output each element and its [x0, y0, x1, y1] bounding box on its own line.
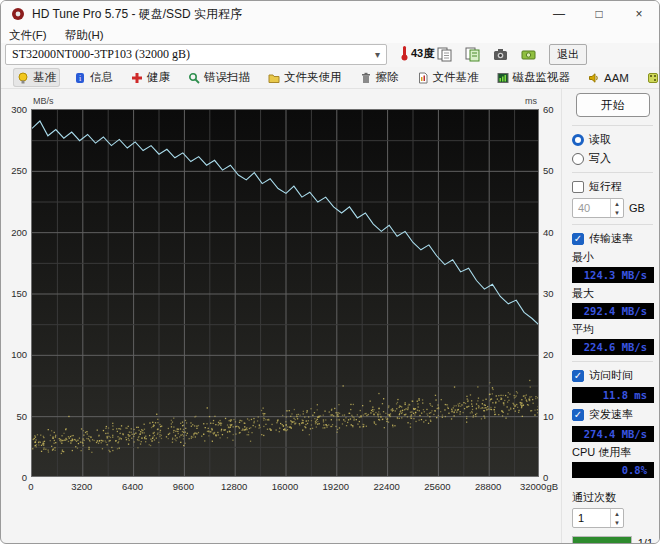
tab-benchmark[interactable]: 基准 [13, 68, 60, 87]
tab-aam[interactable]: AAM [584, 70, 633, 86]
read-label: 读取 [589, 132, 611, 147]
start-button[interactable]: 开始 [576, 93, 650, 117]
right-axis-tick: 10 [543, 411, 554, 422]
left-axis-tick: 0 [7, 472, 27, 483]
tab-health[interactable]: 健康 [127, 68, 174, 87]
x-axis-tick: 9600 [173, 481, 194, 492]
left-axis-tick: 150 [7, 288, 27, 299]
x-axis-tick: 12800 [221, 481, 247, 492]
right-axis-tick: 60 [543, 104, 554, 115]
read-option[interactable]: 读取 [572, 132, 653, 147]
menu-help[interactable]: 帮助(H) [65, 28, 104, 43]
toolbar: ST32000NT000-3TP103 (32000 gB) ▾ 43度 [1, 43, 659, 67]
read-radio[interactable] [572, 134, 584, 146]
tab-erase[interactable]: 擦除 [356, 68, 403, 87]
minimize-button[interactable]: — [539, 1, 579, 27]
left-axis-tick: 300 [7, 104, 27, 115]
short-stroke-size-stepper[interactable]: 40 ▲▼ [572, 198, 624, 218]
hd-tune-window: HD Tune Pro 5.75 - 硬盘/SSD 实用程序 — □ × 文件(… [0, 0, 660, 544]
folder-usage-icon [268, 72, 280, 84]
left-axis-unit: MB/s [33, 96, 54, 106]
access-time-checkbox[interactable]: ✓ [572, 370, 584, 382]
stepper-up-icon[interactable]: ▲ [611, 509, 623, 518]
random-access-icon [647, 72, 659, 84]
short-stroke-option[interactable]: 短行程 [572, 179, 653, 194]
exit-button[interactable]: 退出 [549, 44, 587, 65]
health-icon [131, 72, 143, 84]
pass-count-label: 通过次数 [572, 490, 653, 505]
benchmark-chart: 3002502001501005006050403020100032006400… [7, 89, 563, 501]
temperature-indicator: 43度 [401, 45, 434, 61]
x-axis-tick: 32000gB [520, 481, 558, 492]
min-label: 最小 [572, 250, 653, 265]
title-bar: HD Tune Pro 5.75 - 硬盘/SSD 实用程序 — □ × [1, 1, 659, 27]
tab-random-access[interactable]: 随机访问 [643, 68, 660, 87]
cpu-usage-value: 0.8% [572, 462, 654, 478]
right-axis-tick: 30 [543, 288, 554, 299]
pass-count-value: 1 [573, 509, 610, 527]
error-scan-icon [188, 72, 200, 84]
copy-report-icon[interactable] [434, 44, 455, 65]
x-axis-tick: 22400 [373, 481, 399, 492]
close-button[interactable]: × [619, 1, 659, 27]
transfer-rate-option[interactable]: ✓ 传输速率 [572, 231, 653, 246]
access-time-label: 访问时间 [589, 368, 633, 383]
benchmark-icon [17, 72, 29, 84]
x-axis-tick: 6400 [122, 481, 143, 492]
transfer-rate-label: 传输速率 [589, 231, 633, 246]
window-title: HD Tune Pro 5.75 - 硬盘/SSD 实用程序 [32, 6, 242, 23]
right-axis-tick: 20 [543, 349, 554, 360]
tab-label: 信息 [90, 70, 113, 85]
tab-label: 擦除 [376, 70, 399, 85]
burst-rate-label: 突发速率 [589, 407, 633, 422]
tab-folder-usage[interactable]: 文件夹使用 [264, 68, 346, 87]
side-panel: 开始 读取 写入 短行程 40 ▲▼ GB ✓ 传输速率 最小 124.3 MB [561, 89, 660, 544]
short-stroke-label: 短行程 [589, 179, 622, 194]
cpu-usage-label: CPU 使用率 [572, 445, 653, 460]
stepper-down-icon[interactable]: ▼ [611, 518, 623, 527]
progress-label: 1/1 [638, 537, 653, 544]
tab-bar: 基准i信息健康错误扫描文件夹使用擦除文件基准磁盘监视器AAM随机访问额外测试 [1, 67, 659, 89]
write-option[interactable]: 写入 [572, 151, 653, 166]
short-stroke-checkbox[interactable] [572, 181, 584, 193]
maximize-button[interactable]: □ [579, 1, 619, 27]
tab-disk-monitor[interactable]: 磁盘监视器 [493, 68, 575, 87]
access-time-option[interactable]: ✓ 访问时间 [572, 368, 653, 383]
max-label: 最大 [572, 286, 653, 301]
left-axis-tick: 50 [7, 411, 27, 422]
write-label: 写入 [589, 151, 611, 166]
stepper-up-icon[interactable]: ▲ [611, 199, 623, 208]
tab-label: 文件夹使用 [284, 70, 342, 85]
menu-file[interactable]: 文件(F) [9, 28, 47, 43]
thermometer-icon [401, 45, 408, 61]
toolbar-icons [434, 44, 567, 65]
screenshot-icon[interactable] [490, 44, 511, 65]
tab-label: 磁盘监视器 [513, 70, 571, 85]
left-axis-tick: 250 [7, 165, 27, 176]
progress-bar [572, 536, 632, 544]
copy-text-icon[interactable] [462, 44, 483, 65]
burst-rate-checkbox[interactable]: ✓ [572, 409, 584, 421]
burst-rate-option[interactable]: ✓ 突发速率 [572, 407, 653, 422]
write-radio[interactable] [572, 153, 584, 165]
transfer-rate-checkbox[interactable]: ✓ [572, 233, 584, 245]
drive-select[interactable]: ST32000NT000-3TP103 (32000 gB) ▾ [5, 44, 387, 65]
stepper-down-icon[interactable]: ▼ [611, 208, 623, 217]
disk-monitor-icon [497, 72, 509, 84]
avg-label: 平均 [572, 322, 653, 337]
short-stroke-size-value: 40 [573, 199, 610, 217]
tab-file-benchmark[interactable]: 文件基准 [413, 68, 483, 87]
tab-label: AAM [604, 72, 629, 84]
temperature-value: 43度 [411, 46, 434, 61]
avg-value: 224.6 MB/s [572, 339, 654, 355]
tab-error-scan[interactable]: 错误扫描 [184, 68, 254, 87]
x-axis-tick: 19200 [323, 481, 349, 492]
menu-bar: 文件(F) 帮助(H) [1, 27, 659, 43]
save-results-icon[interactable] [518, 44, 539, 65]
tab-label: 错误扫描 [204, 70, 250, 85]
tab-label: 健康 [147, 70, 170, 85]
tab-info[interactable]: i信息 [70, 68, 117, 87]
pass-count-stepper[interactable]: 1 ▲▼ [572, 508, 624, 528]
max-value: 292.4 MB/s [572, 303, 654, 319]
right-axis-tick: 50 [543, 165, 554, 176]
